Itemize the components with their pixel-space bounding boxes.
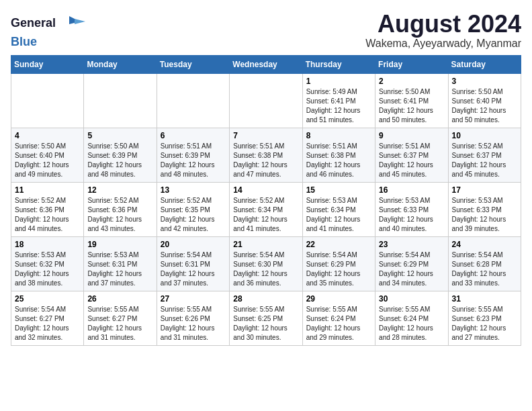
- calendar-day-cell: 7Sunrise: 5:51 AM Sunset: 6:38 PM Daylig…: [230, 128, 302, 182]
- calendar-day-cell: 9Sunrise: 5:51 AM Sunset: 6:37 PM Daylig…: [375, 128, 448, 182]
- calendar-day-cell: 8Sunrise: 5:51 AM Sunset: 6:38 PM Daylig…: [302, 128, 375, 182]
- day-info: Sunrise: 5:53 AM Sunset: 6:31 PM Dayligh…: [87, 250, 152, 288]
- day-info: Sunrise: 5:55 AM Sunset: 6:24 PM Dayligh…: [306, 305, 371, 342]
- calendar-day-cell: 14Sunrise: 5:52 AM Sunset: 6:34 PM Dayli…: [230, 182, 302, 236]
- day-number: 11: [15, 185, 80, 195]
- day-number: 26: [87, 294, 152, 304]
- day-info: Sunrise: 5:52 AM Sunset: 6:36 PM Dayligh…: [15, 196, 80, 234]
- weekday-header: Thursday: [302, 55, 375, 73]
- calendar-day-cell: 15Sunrise: 5:53 AM Sunset: 6:34 PM Dayli…: [302, 182, 375, 236]
- day-number: 12: [87, 185, 152, 195]
- weekday-header: Sunday: [11, 55, 84, 73]
- weekday-header: Friday: [375, 55, 448, 73]
- logo-general-text: General: [11, 16, 56, 30]
- calendar-week-row: 25Sunrise: 5:54 AM Sunset: 6:27 PM Dayli…: [11, 291, 521, 345]
- day-info: Sunrise: 5:54 AM Sunset: 6:27 PM Dayligh…: [15, 305, 80, 342]
- calendar-week-row: 1Sunrise: 5:49 AM Sunset: 6:41 PM Daylig…: [11, 73, 521, 128]
- day-info: Sunrise: 5:54 AM Sunset: 6:30 PM Dayligh…: [233, 250, 298, 288]
- day-number: 18: [15, 240, 80, 249]
- day-number: 25: [15, 294, 80, 304]
- day-info: Sunrise: 5:54 AM Sunset: 6:31 PM Dayligh…: [161, 250, 226, 288]
- day-info: Sunrise: 5:54 AM Sunset: 6:29 PM Dayligh…: [306, 250, 371, 288]
- weekday-header: Monday: [84, 55, 157, 73]
- day-number: 7: [233, 131, 298, 140]
- calendar-day-cell: [11, 73, 84, 128]
- weekday-header: Wednesday: [230, 55, 302, 73]
- day-info: Sunrise: 5:51 AM Sunset: 6:38 PM Dayligh…: [233, 142, 298, 179]
- calendar-day-cell: 25Sunrise: 5:54 AM Sunset: 6:27 PM Dayli…: [11, 291, 84, 345]
- day-number: 3: [452, 77, 517, 86]
- calendar-day-cell: [230, 73, 302, 128]
- calendar-day-cell: [84, 73, 157, 128]
- calendar-week-row: 11Sunrise: 5:52 AM Sunset: 6:36 PM Dayli…: [11, 182, 521, 236]
- day-number: 20: [161, 240, 226, 249]
- calendar-day-cell: 22Sunrise: 5:54 AM Sunset: 6:29 PM Dayli…: [302, 236, 375, 291]
- day-number: 15: [306, 185, 371, 195]
- day-info: Sunrise: 5:50 AM Sunset: 6:41 PM Dayligh…: [379, 87, 444, 125]
- day-number: 29: [306, 294, 371, 304]
- weekday-header-row: SundayMondayTuesdayWednesdayThursdayFrid…: [11, 55, 521, 73]
- day-info: Sunrise: 5:55 AM Sunset: 6:25 PM Dayligh…: [233, 305, 298, 342]
- day-info: Sunrise: 5:50 AM Sunset: 6:40 PM Dayligh…: [452, 87, 517, 125]
- calendar-day-cell: 18Sunrise: 5:53 AM Sunset: 6:32 PM Dayli…: [11, 236, 84, 291]
- day-info: Sunrise: 5:55 AM Sunset: 6:26 PM Dayligh…: [161, 305, 226, 342]
- day-info: Sunrise: 5:50 AM Sunset: 6:39 PM Dayligh…: [87, 142, 152, 179]
- calendar-day-cell: 6Sunrise: 5:51 AM Sunset: 6:39 PM Daylig…: [157, 128, 229, 182]
- calendar-day-cell: 4Sunrise: 5:50 AM Sunset: 6:40 PM Daylig…: [11, 128, 84, 182]
- day-number: 28: [233, 294, 298, 304]
- day-info: Sunrise: 5:54 AM Sunset: 6:28 PM Dayligh…: [452, 250, 517, 288]
- logo: GeneralBlue: [11, 11, 91, 49]
- day-info: Sunrise: 5:55 AM Sunset: 6:27 PM Dayligh…: [87, 305, 152, 342]
- calendar-day-cell: 10Sunrise: 5:52 AM Sunset: 6:37 PM Dayli…: [448, 128, 521, 182]
- day-number: 5: [87, 131, 152, 140]
- calendar-day-cell: 12Sunrise: 5:52 AM Sunset: 6:36 PM Dayli…: [84, 182, 157, 236]
- day-number: 30: [379, 294, 444, 304]
- day-number: 22: [306, 240, 371, 249]
- weekday-header: Saturday: [448, 55, 521, 73]
- day-number: 16: [379, 185, 444, 195]
- day-number: 27: [161, 294, 226, 304]
- calendar-day-cell: 19Sunrise: 5:53 AM Sunset: 6:31 PM Dayli…: [84, 236, 157, 291]
- day-number: 24: [452, 240, 517, 249]
- day-info: Sunrise: 5:50 AM Sunset: 6:40 PM Dayligh…: [15, 142, 80, 179]
- calendar-day-cell: [157, 73, 229, 128]
- logo-icon: [57, 11, 91, 35]
- calendar-week-row: 4Sunrise: 5:50 AM Sunset: 6:40 PM Daylig…: [11, 128, 521, 182]
- day-number: 13: [161, 185, 226, 195]
- day-info: Sunrise: 5:52 AM Sunset: 6:37 PM Dayligh…: [452, 142, 517, 179]
- location: Wakema, Ayeyarwady, Myanmar: [365, 38, 521, 50]
- day-number: 10: [452, 131, 517, 140]
- calendar-day-cell: 13Sunrise: 5:52 AM Sunset: 6:35 PM Dayli…: [157, 182, 229, 236]
- day-info: Sunrise: 5:51 AM Sunset: 6:37 PM Dayligh…: [379, 142, 444, 179]
- svg-marker-1: [75, 19, 85, 24]
- day-info: Sunrise: 5:53 AM Sunset: 6:33 PM Dayligh…: [379, 196, 444, 234]
- day-info: Sunrise: 5:49 AM Sunset: 6:41 PM Dayligh…: [306, 87, 371, 125]
- day-number: 2: [379, 77, 444, 86]
- day-info: Sunrise: 5:53 AM Sunset: 6:34 PM Dayligh…: [306, 196, 371, 234]
- calendar-day-cell: 21Sunrise: 5:54 AM Sunset: 6:30 PM Dayli…: [230, 236, 302, 291]
- day-info: Sunrise: 5:53 AM Sunset: 6:33 PM Dayligh…: [452, 196, 517, 234]
- calendar-day-cell: 26Sunrise: 5:55 AM Sunset: 6:27 PM Dayli…: [84, 291, 157, 345]
- calendar-day-cell: 20Sunrise: 5:54 AM Sunset: 6:31 PM Dayli…: [157, 236, 229, 291]
- calendar-day-cell: 3Sunrise: 5:50 AM Sunset: 6:40 PM Daylig…: [448, 73, 521, 128]
- day-number: 21: [233, 240, 298, 249]
- day-info: Sunrise: 5:54 AM Sunset: 6:29 PM Dayligh…: [379, 250, 444, 288]
- day-number: 4: [15, 131, 80, 140]
- calendar-day-cell: 23Sunrise: 5:54 AM Sunset: 6:29 PM Dayli…: [375, 236, 448, 291]
- calendar-day-cell: 2Sunrise: 5:50 AM Sunset: 6:41 PM Daylig…: [375, 73, 448, 128]
- calendar-week-row: 18Sunrise: 5:53 AM Sunset: 6:32 PM Dayli…: [11, 236, 521, 291]
- day-info: Sunrise: 5:51 AM Sunset: 6:39 PM Dayligh…: [161, 142, 226, 179]
- day-info: Sunrise: 5:53 AM Sunset: 6:32 PM Dayligh…: [15, 250, 80, 288]
- calendar-day-cell: 5Sunrise: 5:50 AM Sunset: 6:39 PM Daylig…: [84, 128, 157, 182]
- month-title: August 2024: [365, 11, 521, 38]
- day-number: 14: [233, 185, 298, 195]
- day-info: Sunrise: 5:55 AM Sunset: 6:24 PM Dayligh…: [379, 305, 444, 342]
- calendar-day-cell: 27Sunrise: 5:55 AM Sunset: 6:26 PM Dayli…: [157, 291, 229, 345]
- day-number: 17: [452, 185, 517, 195]
- day-number: 9: [379, 131, 444, 140]
- day-number: 23: [379, 240, 444, 249]
- calendar-day-cell: 11Sunrise: 5:52 AM Sunset: 6:36 PM Dayli…: [11, 182, 84, 236]
- day-number: 31: [452, 294, 517, 304]
- calendar-day-cell: 1Sunrise: 5:49 AM Sunset: 6:41 PM Daylig…: [302, 73, 375, 128]
- calendar-day-cell: 30Sunrise: 5:55 AM Sunset: 6:24 PM Dayli…: [375, 291, 448, 345]
